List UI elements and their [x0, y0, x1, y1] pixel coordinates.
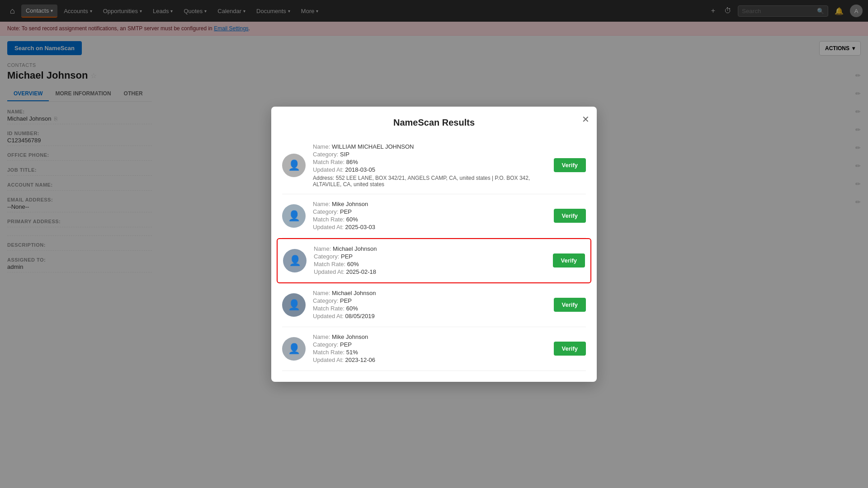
result-avatar-2: 👤 [282, 204, 306, 228]
modal-title: NameScan Results [282, 117, 586, 128]
modal-close-button[interactable]: ✕ [582, 114, 590, 125]
verify-button-3[interactable]: Verify [553, 253, 585, 267]
result-3-category: Category: PEP [314, 253, 546, 260]
result-3-updated: Updated At: 2025-02-18 [314, 268, 546, 275]
namescan-results-modal: ✕ NameScan Results 👤 Name: WILLIAM MICHA… [271, 107, 597, 285]
result-3-match: Match Rate: 60% [314, 261, 546, 267]
modal-overlay[interactable]: ✕ NameScan Results 👤 Name: WILLIAM MICHA… [0, 0, 868, 284]
result-3-name: Name: Michael Johnson [314, 245, 546, 252]
result-2-match: Match Rate: 60% [313, 216, 547, 223]
result-1-name: Name: WILLIAM MICHAEL JOHNSON [313, 143, 547, 150]
result-1-address: Address: 552 LEE LANE, BOX 342/21, ANGEL… [313, 175, 547, 188]
result-item-3: 👤 Name: Michael Johnson Category: PEP Ma… [277, 238, 591, 283]
result-2-name: Name: Mike Johnson [313, 201, 547, 207]
result-item-1: 👤 Name: WILLIAM MICHAEL JOHNSON Category… [282, 137, 586, 194]
result-info-3: Name: Michael Johnson Category: PEP Matc… [314, 245, 546, 276]
result-2-updated: Updated At: 2025-03-03 [313, 224, 547, 230]
result-avatar-1: 👤 [282, 154, 306, 177]
result-1-match: Match Rate: 86% [313, 159, 547, 165]
result-info-1: Name: WILLIAM MICHAEL JOHNSON Category: … [313, 143, 547, 188]
result-item-2: 👤 Name: Mike Johnson Category: PEP Match… [282, 194, 586, 238]
result-1-category: Category: SIP [313, 151, 547, 158]
result-2-category: Category: PEP [313, 208, 547, 215]
result-item-4: 👤 Name: Michael Johnson Category: PEP Ma… [282, 283, 586, 285]
verify-button-1[interactable]: Verify [554, 158, 586, 172]
verify-button-2[interactable]: Verify [554, 209, 586, 223]
result-info-2: Name: Mike Johnson Category: PEP Match R… [313, 201, 547, 231]
result-1-updated: Updated At: 2018-03-05 [313, 166, 547, 173]
result-avatar-3: 👤 [283, 249, 307, 272]
